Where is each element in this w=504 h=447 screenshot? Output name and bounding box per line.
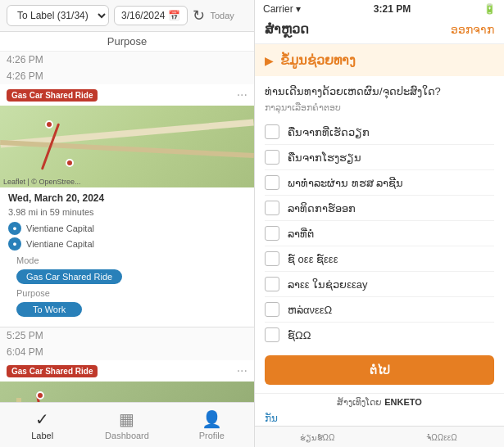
question-text: ທ່ານເດີນທາງດ້ວຍເຫດຜົນ/ຈຸດປະສົງໃດ? bbox=[255, 76, 504, 102]
checkbox-item-5[interactable]: ລາທີ່ຕໍ bbox=[265, 221, 494, 246]
trip-card-1: Gas Car Shared Ride ··· Leaflet | © Open… bbox=[0, 84, 254, 327]
checkbox-item-7[interactable]: ລາεε ໃນຊ່ວຍεεay bbox=[265, 272, 494, 297]
section-title: ຂໍ້ມູນຊ່ວຍທາງ bbox=[280, 52, 356, 68]
trip-card-2: Gas Car Shared Ride ··· Leaflet | © Open… bbox=[0, 360, 254, 402]
checkbox-item-8[interactable]: ຫລ່ανεεΩ bbox=[265, 297, 494, 323]
time-marker-1: 4:26 PM bbox=[0, 52, 254, 68]
calendar-icon: 📅 bbox=[168, 10, 180, 21]
required-note: ກາລຸນາເລືອກຄໍາຕອບ bbox=[255, 102, 504, 120]
top-bar: To Label (31/34) 3/16/2024 📅 ↻ Today bbox=[0, 0, 254, 32]
checkbox-item-3[interactable]: ພາທຳລະຜ່ານ ທຮສ ລາຊີນ bbox=[265, 170, 494, 196]
map-credit-1: Leaflet | © OpenStree... bbox=[3, 178, 81, 186]
battery-icon: 🔋 bbox=[484, 3, 496, 15]
checkbox-label-8: ຫລ່ανεεΩ bbox=[288, 304, 332, 316]
tab-label-text: Label bbox=[31, 431, 53, 440]
checkbox-item-6[interactable]: ຊ໌ οεε ຊ໌εεε bbox=[265, 246, 494, 272]
checkbox-9[interactable] bbox=[265, 327, 279, 342]
back-link[interactable]: ກັນ bbox=[255, 411, 504, 426]
tab-dashboard[interactable]: ▦ Dashboard bbox=[84, 403, 169, 447]
checkbox-7[interactable] bbox=[265, 277, 279, 291]
tab-label[interactable]: ✓ Label bbox=[0, 403, 84, 447]
dashboard-icon: ▦ bbox=[119, 409, 134, 429]
purpose-label-1: Purpose bbox=[8, 286, 246, 300]
purpose-pill-1[interactable]: To Work bbox=[16, 302, 82, 317]
tab-profile-text: Profile bbox=[199, 431, 225, 440]
refresh-button[interactable]: ↻ bbox=[193, 7, 205, 25]
purpose-bar: Purpose bbox=[0, 32, 254, 52]
checkbox-8[interactable] bbox=[265, 302, 279, 317]
checkbox-item-1[interactable]: ຄືນຈາກທີ່ເຮັດວຽກ bbox=[265, 120, 494, 145]
tab-right-label-2: ຈໍ່ΩΩεεΩ bbox=[426, 433, 456, 442]
login-button[interactable]: ອອກຈາກ bbox=[451, 23, 494, 36]
label-icon: ✓ bbox=[35, 409, 49, 429]
trip-date-1: Wed, March 20, 2024 bbox=[8, 192, 246, 204]
date-input[interactable]: 3/16/2024 📅 bbox=[114, 6, 188, 25]
checkbox-1[interactable] bbox=[265, 124, 279, 139]
trip-more-1[interactable]: ··· bbox=[237, 88, 247, 102]
trip-header-2: Gas Car Shared Ride ··· bbox=[0, 360, 254, 382]
tab-right-2[interactable]: ຈໍ່ΩΩεεΩ bbox=[379, 427, 504, 447]
section-header: ▶ ຂໍ້ມູນຊ່ວຍທາງ bbox=[255, 44, 504, 76]
carrier-text: Carrier ▾ bbox=[263, 3, 301, 15]
checkbox-list: ຄືນຈາກທີ່ເຮັດວຽກ ຄືນຈາກໂຮງຮຽນ ພາທຳລະຜ່ານ… bbox=[255, 120, 504, 347]
submit-button[interactable]: ຕໍ່ໄປ bbox=[265, 355, 494, 385]
mode-pill-1[interactable]: Gas Car Shared Ride bbox=[16, 269, 122, 284]
trip-distance-1: 3.98 mi in 59 minutes bbox=[8, 207, 246, 217]
checkbox-label-4: ລາທິດກາຮ໌ອອກ bbox=[288, 202, 356, 214]
checkbox-4[interactable] bbox=[265, 201, 279, 215]
checkbox-item-2[interactable]: ຄືນຈາກໂຮງຮຽນ bbox=[265, 145, 494, 170]
date-value: 3/16/2024 bbox=[121, 10, 165, 21]
footer-powered-text: ສ້າງເທິງໂດຍ ENKETO bbox=[337, 397, 422, 407]
checkbox-6[interactable] bbox=[265, 251, 279, 266]
bottom-tabs: ✓ Label ▦ Dashboard 👤 Profile bbox=[0, 402, 254, 447]
checkbox-item-4[interactable]: ລາທິດກາຮ໌ອອກ bbox=[265, 196, 494, 221]
trip-header-1: Gas Car Shared Ride ··· bbox=[0, 84, 254, 106]
app-bar-right: ສໍາຫຼວດ ອອກຈາກ bbox=[255, 18, 504, 44]
label-select[interactable]: To Label (31/34) bbox=[7, 5, 109, 26]
trip-mode-badge-2: Gas Car Shared Ride bbox=[7, 365, 98, 377]
checkbox-label-3: ພາທຳລະຜ່ານ ທຮສ ລາຊີນ bbox=[288, 177, 403, 189]
tab-right-label-1: ຮ່ຽນຮ໌ΩΩ bbox=[300, 433, 335, 442]
checkbox-label-5: ລາທີ່ຕໍ bbox=[288, 228, 314, 240]
trip-more-2[interactable]: ··· bbox=[237, 363, 247, 378]
bottom-tabs-right: ຮ່ຽນຮ໌ΩΩ ຈໍ່ΩΩεεΩ bbox=[255, 426, 504, 447]
checkbox-5[interactable] bbox=[265, 226, 279, 241]
checkbox-label-9: ຊ໌ΩΩ bbox=[288, 329, 311, 341]
section-triangle-icon: ▶ bbox=[265, 54, 274, 67]
time-marker-3: 5:25 PM bbox=[0, 327, 254, 344]
tab-profile[interactable]: 👤 Profile bbox=[170, 403, 254, 447]
tab-right-1[interactable]: ຮ່ຽນຮ໌ΩΩ bbox=[255, 427, 379, 447]
trip-mode-badge-1: Gas Car Shared Ride bbox=[7, 89, 98, 102]
from-icon-1: ● bbox=[8, 222, 21, 235]
checkbox-label-6: ຊ໌ οεε ຊ໌εεε bbox=[288, 253, 338, 265]
right-panel: Carrier ▾ 3:21 PM 🔋 ສໍາຫຼວດ ອອກຈາກ ▶ ຂໍ້… bbox=[254, 0, 504, 447]
to-icon-1: ● bbox=[8, 237, 21, 251]
checkbox-3[interactable] bbox=[265, 175, 279, 190]
time-text: 3:21 PM bbox=[374, 3, 411, 15]
trip-details-1: Wed, March 20, 2024 3.98 mi in 59 minute… bbox=[0, 187, 254, 327]
mode-label-1: Mode bbox=[8, 253, 246, 268]
trip-from-1: ● Vientiane Capital bbox=[8, 222, 246, 235]
trip-map-2: Leaflet | © OpenStree... bbox=[0, 382, 254, 402]
left-panel: To Label (31/34) 3/16/2024 📅 ↻ Today Pur… bbox=[0, 0, 254, 447]
time-marker-4: 6:04 PM bbox=[0, 344, 254, 360]
time-marker-2: 4:26 PM bbox=[0, 68, 254, 84]
trip-map-1: Leaflet | © OpenStree... bbox=[0, 106, 254, 187]
checkbox-label-1: ຄືນຈາກທີ່ເຮັດວຽກ bbox=[288, 126, 370, 138]
checkbox-label-7: ລາεε ໃນຊ່ວຍεεay bbox=[288, 278, 368, 291]
checkbox-item-9[interactable]: ຊ໌ΩΩ bbox=[265, 323, 494, 347]
status-bar: Carrier ▾ 3:21 PM 🔋 bbox=[255, 0, 504, 18]
today-label: Today bbox=[210, 11, 234, 20]
right-footer: ສ້າງເທິງໂດຍ ENKETO bbox=[255, 393, 504, 411]
submit-section: ຕໍ່ໄປ bbox=[255, 347, 504, 393]
enketo-brand: ENKETO bbox=[384, 397, 422, 407]
profile-icon: 👤 bbox=[202, 409, 222, 429]
checkbox-label-2: ຄືນຈາກໂຮງຮຽນ bbox=[288, 151, 361, 164]
trip-to-1: ● Vientiane Capital bbox=[8, 237, 246, 251]
checkbox-2[interactable] bbox=[265, 150, 279, 165]
tab-dashboard-text: Dashboard bbox=[105, 431, 149, 440]
trips-scroll: Purpose 4:26 PM 4:26 PM Gas Car Shared R… bbox=[0, 32, 254, 402]
app-title: ສໍາຫຼວດ bbox=[265, 21, 309, 37]
